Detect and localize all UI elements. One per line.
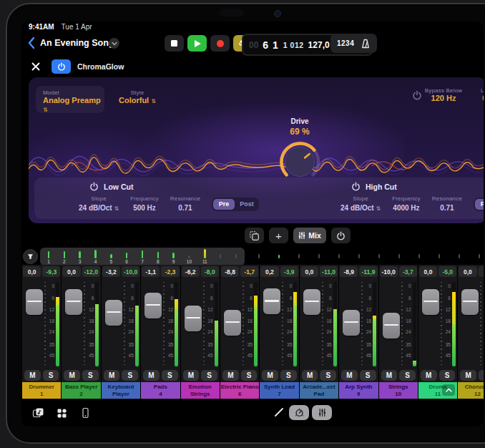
browser-button[interactable] [31,406,45,419]
solo-button[interactable]: S [479,370,484,381]
mute-button[interactable]: M [381,370,398,381]
fader-handle[interactable] [144,293,162,318]
solo-button[interactable]: S [360,370,376,381]
channel-label[interactable]: Arp Synth 9 [339,382,378,399]
overview-offscreen-channels[interactable] [252,248,484,267]
song-title[interactable]: An Evening Song [40,38,114,48]
channel-label[interactable]: Chorus V 12 [458,382,484,399]
fader-db-readout[interactable]: -8,9 [340,266,358,277]
pre-button[interactable]: Pre [213,199,235,210]
duplicate-button[interactable] [245,228,264,243]
channel-label[interactable]: Electric Piano 6 [220,382,259,399]
fader-db-readout[interactable]: -6,2 [182,266,200,277]
bypass-below-control[interactable]: Bypass Below 120 Hz [418,87,469,102]
low-cut-power-icon[interactable] [89,182,99,191]
channel-label[interactable]: Strings 10 [379,382,418,399]
fader-db-readout[interactable]: -8,8 [221,266,239,277]
count-in-button[interactable]: 1234 [337,39,354,47]
fader-db-readout[interactable]: 0,0 [300,266,318,277]
mute-button[interactable]: M [460,370,476,381]
fader-db-readout[interactable]: -1,1 [142,266,160,277]
fader-db-readout[interactable]: 0,0 [23,266,41,277]
fader-db-readout[interactable]: -10,0 [380,266,398,277]
mixer-view-button[interactable] [312,405,332,420]
meter-db-readout[interactable]: -8,0 [201,266,219,277]
channel-label[interactable]: Synth Lead 7 [260,382,298,399]
high-cut-slope[interactable]: Slope 24 dB/Oct ⇅ [341,195,381,213]
device-button[interactable] [78,406,92,419]
mix-view-button[interactable]: Mix [293,228,326,243]
level-control[interactable]: Level 0.0 [466,87,484,102]
meter-db-readout[interactable]: -9,3 [42,266,60,277]
filter-button[interactable] [23,249,38,264]
low-cut-frequency[interactable]: Frequency 500 Hz [130,195,159,213]
channel-label[interactable]: Arcade...eet Pad 8 [300,382,338,399]
fader-db-readout[interactable]: 0,0 [459,266,476,277]
solo-button[interactable]: S [439,370,456,381]
fader-handle[interactable] [461,289,479,315]
song-menu-button[interactable] [109,38,119,49]
solo-button[interactable]: S [280,370,297,381]
meter-db-readout[interactable]: -12,0 [82,266,100,277]
solo-button[interactable]: S [162,370,178,381]
plugin-power-button[interactable] [52,59,71,74]
low-cut-slope[interactable]: Slope 24 dB/Oct ⇅ [79,195,119,213]
channel-label[interactable]: Drums 11 [418,382,457,399]
fader-db-readout[interactable]: 0,0 [419,266,437,277]
fader-db-readout[interactable]: 0,2 [260,266,278,277]
pre-button[interactable]: Pre [475,199,484,210]
solo-button[interactable]: S [122,370,138,381]
channel-label[interactable]: Keyboard Player 3 [102,382,140,399]
mute-button[interactable]: M [64,370,80,381]
fader-handle[interactable] [185,306,202,331]
drive-knob[interactable] [278,140,321,183]
channel-label[interactable]: Bass Player 2 [62,382,100,399]
fader-handle[interactable] [26,289,43,315]
back-icon[interactable] [27,36,36,49]
channel-label[interactable]: Emotion Strings 5 [181,382,220,399]
solo-button[interactable]: S [399,370,416,381]
low-cut-resonance[interactable]: Resonance 0.71 [170,195,200,213]
fader-handle[interactable] [65,289,82,315]
record-button[interactable] [210,35,230,52]
fader-handle[interactable] [383,313,400,339]
pencil-icon[interactable] [273,406,285,418]
stop-button[interactable] [165,35,184,52]
model-selector[interactable]: Model Analog Preamp ⇅ [36,86,104,113]
overview-visible-window[interactable]: 1234567891011 [40,248,245,266]
high-cut-resonance[interactable]: Resonance 0.71 [432,195,462,213]
meter-db-readout[interactable]: -2,3 [161,266,179,277]
channel-label[interactable]: Drummer 1 [22,382,61,399]
meter-db-readout[interactable]: -5,0 [439,266,456,277]
solo-button[interactable]: S [43,370,59,381]
mute-button[interactable]: M [24,370,41,381]
fader-handle[interactable] [224,310,241,336]
fader-handle[interactable] [105,300,122,326]
solo-button[interactable]: S [241,370,258,381]
mute-button[interactable]: M [104,370,120,381]
meter-db-readout[interactable] [479,266,484,277]
solo-button[interactable]: S [201,370,217,381]
meter-db-readout[interactable]: -11,0 [320,266,338,277]
meter-db-readout[interactable]: -3,9 [280,266,298,277]
meter-db-readout[interactable]: -11,9 [359,266,377,277]
solo-button[interactable]: S [320,370,336,381]
meter-db-readout[interactable]: -1,7 [240,266,258,277]
mute-button[interactable]: M [421,370,437,381]
mute-button[interactable]: M [183,370,200,381]
mute-button[interactable]: M [222,370,239,381]
meter-db-readout[interactable]: -3,7 [399,266,417,277]
fader-handle[interactable] [263,288,280,314]
mute-button[interactable]: M [262,370,278,381]
controls-view-button[interactable] [289,405,309,420]
high-cut-power-icon[interactable] [351,182,361,191]
mute-button[interactable]: M [143,370,160,381]
meter-db-readout[interactable]: -10,0 [122,266,139,277]
fader-db-readout[interactable]: -3,2 [102,266,120,277]
fader-handle[interactable] [422,289,439,315]
fader-handle[interactable] [303,289,320,315]
solo-button[interactable]: S [82,370,99,381]
fader-handle[interactable] [343,310,360,336]
channel-label[interactable]: Pads 4 [141,382,180,399]
mute-button[interactable]: M [341,370,358,381]
